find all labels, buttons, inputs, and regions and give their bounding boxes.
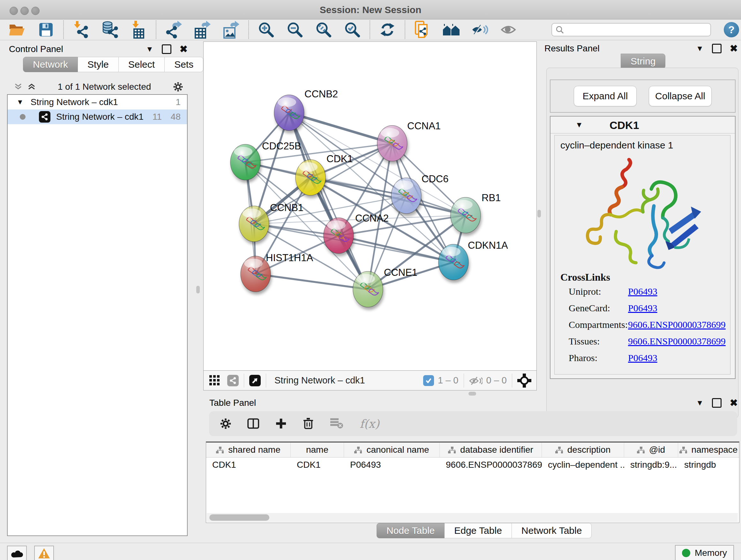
network-node-count: 11 — [152, 112, 162, 122]
tab-edge-table[interactable]: Edge Table — [445, 523, 512, 538]
network-node-cdc6[interactable]: CDC6 — [391, 173, 448, 213]
function-builder-icon[interactable]: f(x) — [360, 417, 380, 430]
zoom-out-button[interactable] — [286, 21, 304, 39]
node-label: CDC25B — [262, 140, 301, 152]
network-canvas[interactable]: CCNB2CCNA1CDC25BCDK1CDC6RB1CCNB1CCNA2CDK… — [203, 42, 537, 371]
zoom-fit-icon — [315, 21, 332, 38]
save-session-button[interactable] — [37, 21, 55, 39]
table-row[interactable]: CDK1 CDK1 P06493 9606.ENSP00000378699 cy… — [206, 457, 739, 472]
panel-menu-icon[interactable]: ▼ — [696, 398, 704, 408]
genecard-link[interactable]: P06493 — [628, 303, 657, 314]
zoom-in-button[interactable] — [257, 21, 275, 39]
import-network-from-database-button[interactable] — [101, 21, 119, 39]
network-collection-row[interactable]: ▼ String Network – cdk1 1 — [8, 95, 187, 110]
expand-all-networks-icon[interactable] — [28, 83, 36, 90]
help-button[interactable]: ? — [724, 22, 739, 37]
selected-checkbox-icon[interactable] — [423, 375, 434, 386]
float-panel-icon[interactable] — [712, 398, 722, 408]
duplicate-network-icon — [415, 21, 430, 39]
collection-collapse-icon[interactable]: ▼ — [17, 98, 23, 106]
show-columns-icon[interactable] — [247, 418, 259, 429]
network-node-ccne1[interactable]: CCNE1 — [353, 267, 417, 307]
uniprot-link[interactable]: P06493 — [628, 286, 657, 297]
column-hierarchy-icon — [216, 447, 224, 453]
tab-network[interactable]: Network — [23, 57, 78, 72]
compartments-link[interactable]: 9606.ENSP00000378699 — [628, 319, 726, 330]
collapse-all-networks-icon[interactable] — [15, 83, 22, 90]
pharos-link[interactable]: P06493 — [628, 353, 657, 363]
table-options-gear-icon[interactable] — [220, 418, 231, 429]
horizontal-scrollbar[interactable] — [207, 513, 738, 522]
network-node-hist1h1a[interactable]: HIST1H1A — [241, 252, 313, 292]
zoom-fit-button[interactable] — [315, 21, 333, 39]
tab-style[interactable]: Style — [78, 57, 119, 72]
close-panel-icon[interactable]: ✖ — [730, 43, 738, 54]
import-table-button[interactable] — [130, 21, 147, 39]
expand-all-button[interactable]: Expand All — [574, 86, 636, 106]
tissues-link[interactable]: 9606.ENSP00000378699 — [628, 336, 726, 347]
duplicate-network-button[interactable] — [414, 21, 431, 39]
network-edge[interactable] — [256, 274, 368, 289]
save-session-icon — [39, 23, 53, 37]
zoom-selected-button[interactable] — [343, 21, 361, 39]
float-panel-icon[interactable] — [162, 44, 172, 54]
network-node-ccna1[interactable]: CCNA1 — [377, 120, 441, 161]
network-node-cdc25b[interactable]: CDC25B — [230, 140, 301, 180]
birdseye-view-icon[interactable] — [249, 375, 261, 386]
delete-table-icon[interactable] — [330, 418, 344, 429]
open-session-button[interactable] — [8, 21, 26, 39]
show-all-button[interactable] — [500, 21, 518, 39]
main-toolbar: ? — [0, 19, 741, 40]
column-header[interactable]: description — [542, 442, 624, 457]
column-header[interactable]: @id — [624, 442, 678, 457]
close-panel-icon[interactable]: ✖ — [180, 44, 188, 55]
warnings-button[interactable] — [34, 546, 54, 560]
column-header[interactable]: name — [291, 442, 344, 457]
hide-selected-button[interactable] — [471, 21, 489, 39]
refresh-button[interactable] — [379, 21, 396, 39]
bottom-splitter-handle[interactable] — [468, 392, 476, 395]
column-header[interactable]: namespace — [678, 442, 739, 457]
question-icon: ? — [728, 24, 735, 36]
network-node-rb1[interactable]: RB1 — [451, 192, 501, 233]
search-input[interactable] — [551, 23, 711, 37]
network-row-selected[interactable]: String Network – cdk1 11 48 — [8, 110, 187, 124]
crosshair-icon[interactable] — [517, 374, 531, 388]
network-edge[interactable] — [289, 113, 392, 143]
home-button[interactable] — [442, 21, 460, 39]
left-splitter-handle[interactable] — [196, 286, 200, 294]
tab-string[interactable]: String — [621, 54, 665, 69]
results-panel: Results Panel ▼ ✖ String Expand All Coll… — [542, 42, 741, 393]
tab-node-table[interactable]: Node Table — [377, 523, 445, 538]
grid-view-icon[interactable] — [209, 375, 220, 386]
network-options-gear-icon[interactable] — [173, 82, 183, 92]
export-network-button[interactable] — [165, 21, 183, 39]
column-header[interactable]: database identifier — [440, 442, 542, 457]
float-panel-icon[interactable] — [712, 44, 722, 53]
column-header[interactable]: canonical name — [344, 442, 440, 457]
cloud-status-button[interactable] — [7, 546, 27, 560]
scrollbar-thumb[interactable] — [209, 514, 269, 521]
import-network-button[interactable] — [72, 21, 90, 39]
network-edge[interactable] — [339, 236, 454, 262]
export-table-button[interactable] — [193, 21, 211, 39]
section-collapse-icon[interactable]: ▼ — [576, 120, 583, 129]
panel-menu-icon[interactable]: ▼ — [696, 44, 704, 53]
close-panel-icon[interactable]: ✖ — [730, 397, 738, 408]
delete-column-icon[interactable] — [303, 417, 314, 430]
collapse-all-button[interactable]: Collapse All — [649, 86, 712, 106]
network-node-cdkn1a[interactable]: CDKN1A — [439, 240, 508, 280]
tab-select[interactable]: Select — [119, 57, 165, 72]
hidden-eye-slash-icon[interactable] — [469, 376, 482, 385]
memory-button[interactable]: Memory — [675, 545, 734, 560]
network-tree: ▼ String Network – cdk1 1 String Network… — [7, 94, 188, 536]
memory-status-dot-icon — [682, 549, 690, 557]
add-column-icon[interactable] — [275, 418, 287, 429]
right-splitter-handle[interactable] — [537, 210, 541, 217]
export-image-button[interactable] — [222, 21, 240, 39]
network-badge-icon[interactable] — [227, 375, 239, 386]
column-header[interactable]: shared name — [206, 442, 291, 457]
panel-menu-icon[interactable]: ▼ — [146, 45, 153, 54]
tab-network-table[interactable]: Network Table — [512, 523, 592, 538]
tab-sets[interactable]: Sets — [165, 57, 203, 72]
